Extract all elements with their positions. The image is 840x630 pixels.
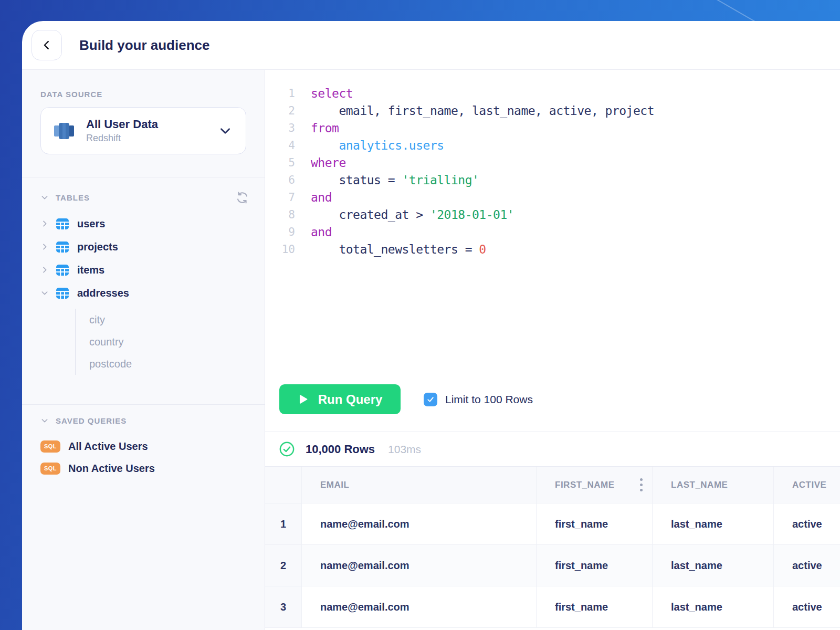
column-item-postcode[interactable]: postcode bbox=[89, 353, 249, 375]
chevron-down-icon bbox=[40, 289, 49, 297]
table-tree-item-users[interactable]: users bbox=[40, 212, 249, 235]
page-title: Build your audience bbox=[79, 37, 210, 54]
column-header-first_name[interactable]: FIRST_NAME bbox=[537, 467, 653, 503]
code-text: analytics.users bbox=[311, 139, 444, 152]
redshift-icon bbox=[52, 119, 76, 142]
code-line[interactable]: 4 analytics.users bbox=[265, 136, 840, 154]
line-number: 2 bbox=[265, 104, 295, 117]
code-text: select bbox=[311, 87, 353, 100]
table-cell: last_name bbox=[653, 503, 774, 545]
query-time: 103ms bbox=[388, 443, 421, 456]
limit-rows-toggle[interactable]: Limit to 100 Rows bbox=[424, 393, 533, 406]
data-source-name: All User Data bbox=[86, 118, 158, 131]
column-header-label: FIRST_NAME bbox=[555, 480, 615, 490]
line-number: 1 bbox=[265, 87, 295, 100]
results-status-bar: 10,000 Rows 103ms bbox=[265, 432, 840, 466]
column-header-last_name[interactable]: LAST_NAME bbox=[653, 467, 774, 503]
table-tree-item-addresses[interactable]: addresses bbox=[40, 281, 249, 304]
chevron-down-icon[interactable] bbox=[40, 416, 49, 425]
code-line[interactable]: 6 status = 'trialling' bbox=[265, 171, 840, 188]
sidebar: DATA SOURCE All User Data Redshift bbox=[22, 70, 265, 630]
line-number: 10 bbox=[265, 243, 295, 256]
table-cell: name@email.com bbox=[302, 503, 537, 545]
code-line[interactable]: 1select bbox=[265, 85, 840, 102]
code-line[interactable]: 8 created_at > '2018-01-01' bbox=[265, 206, 840, 223]
table-cell: active bbox=[774, 503, 840, 545]
code-text: status = 'trialling' bbox=[311, 173, 479, 187]
saved-query-item[interactable]: SQLAll Active Users bbox=[40, 435, 249, 457]
code-line[interactable]: 2 email, first_name, last_name, active, … bbox=[265, 102, 840, 119]
table-cell: active bbox=[774, 586, 840, 628]
play-icon bbox=[298, 394, 309, 405]
column-header-active[interactable]: ACTIVE bbox=[774, 467, 840, 503]
line-number: 3 bbox=[265, 122, 295, 134]
chevron-left-icon bbox=[41, 39, 52, 51]
success-check-icon bbox=[279, 442, 295, 457]
code-text: from bbox=[311, 121, 339, 135]
kebab-menu-icon[interactable] bbox=[640, 477, 643, 493]
table-cell: first_name bbox=[537, 503, 653, 545]
saved-query-label: All Active Users bbox=[68, 440, 148, 453]
saved-queries-section: SAVED QUERIES SQLAll Active UsersSQLNon … bbox=[22, 405, 265, 479]
table-row[interactable]: 3name@email.comfirst_namelast_nameactive bbox=[265, 586, 840, 628]
code-text: email, first_name, last_name, active, pr… bbox=[311, 104, 654, 118]
data-source-section: DATA SOURCE All User Data Redshift bbox=[22, 70, 265, 154]
editor-actions: Run Query Limit to 100 Rows bbox=[265, 384, 840, 432]
chevron-down-icon[interactable] bbox=[40, 193, 49, 202]
data-source-type: Redshift bbox=[86, 133, 158, 144]
table-row[interactable]: 2name@email.comfirst_namelast_nameactive bbox=[265, 545, 840, 586]
column-header-label: LAST_NAME bbox=[671, 480, 728, 490]
saved-query-item[interactable]: SQLNon Active Users bbox=[40, 457, 249, 479]
sql-editor[interactable]: 1select2 email, first_name, last_name, a… bbox=[265, 70, 840, 432]
table-row[interactable]: 1name@email.comfirst_namelast_nameactive bbox=[265, 503, 840, 545]
column-header-label: EMAIL bbox=[320, 480, 349, 490]
refresh-icon[interactable] bbox=[236, 191, 249, 204]
row-number-header bbox=[265, 467, 302, 503]
chevron-right-icon bbox=[40, 266, 49, 274]
tables-tree: usersprojectsitemsaddressescitycountrypo… bbox=[40, 212, 249, 375]
line-number: 9 bbox=[265, 226, 295, 238]
check-icon bbox=[426, 395, 435, 404]
rows-count: 10,000 Rows bbox=[306, 443, 375, 456]
table-cell: last_name bbox=[653, 545, 774, 586]
code-text: created_at > '2018-01-01' bbox=[311, 208, 514, 222]
table-name-label: projects bbox=[77, 241, 118, 253]
main-panel: 1select2 email, first_name, last_name, a… bbox=[265, 70, 840, 630]
table-cell: first_name bbox=[537, 545, 653, 586]
limit-rows-checkbox[interactable] bbox=[424, 393, 437, 406]
data-source-label: DATA SOURCE bbox=[40, 90, 246, 99]
code-line[interactable]: 7and bbox=[265, 188, 840, 206]
chevron-right-icon bbox=[40, 243, 49, 251]
run-query-button[interactable]: Run Query bbox=[279, 384, 401, 414]
table-icon bbox=[56, 264, 69, 276]
saved-query-label: Non Active Users bbox=[68, 463, 155, 475]
sql-badge: SQL bbox=[40, 440, 60, 453]
line-number: 7 bbox=[265, 191, 295, 204]
column-header-email[interactable]: EMAIL bbox=[302, 467, 537, 503]
back-button[interactable] bbox=[32, 30, 62, 60]
row-number-cell: 2 bbox=[265, 545, 302, 586]
code-line[interactable]: 10 total_newsletters = 0 bbox=[265, 240, 840, 258]
row-number-cell: 3 bbox=[265, 586, 302, 628]
code-line[interactable]: 5where bbox=[265, 154, 840, 171]
column-item-country[interactable]: country bbox=[89, 331, 249, 353]
table-cell: active bbox=[774, 545, 840, 586]
code-line[interactable]: 9and bbox=[265, 223, 840, 240]
chevron-right-icon bbox=[40, 219, 49, 228]
column-item-city[interactable]: city bbox=[89, 309, 249, 331]
data-source-selector[interactable]: All User Data Redshift bbox=[40, 107, 246, 154]
tables-label: TABLES bbox=[56, 193, 90, 202]
limit-rows-label: Limit to 100 Rows bbox=[445, 393, 533, 406]
table-tree-item-items[interactable]: items bbox=[40, 258, 249, 281]
table-cell: first_name bbox=[537, 586, 653, 628]
table-name-label: users bbox=[77, 218, 105, 230]
line-number: 8 bbox=[265, 208, 295, 221]
table-columns-list: citycountrypostcode bbox=[75, 309, 249, 375]
table-icon bbox=[56, 218, 69, 230]
code-area[interactable]: 1select2 email, first_name, last_name, a… bbox=[265, 70, 840, 384]
sql-badge: SQL bbox=[40, 463, 60, 475]
code-text: and bbox=[311, 191, 332, 204]
code-line[interactable]: 3from bbox=[265, 119, 840, 136]
table-tree-item-projects[interactable]: projects bbox=[40, 235, 249, 258]
table-cell: last_name bbox=[653, 586, 774, 628]
